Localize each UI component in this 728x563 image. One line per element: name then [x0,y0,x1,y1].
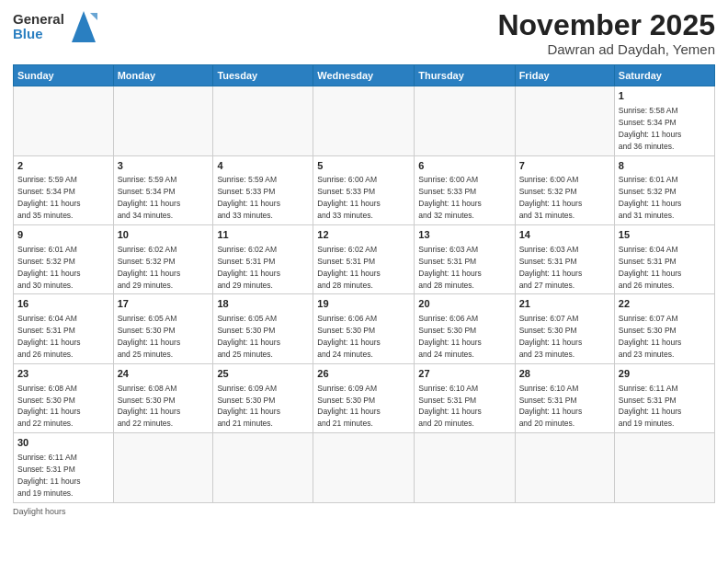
empty-cell [515,433,614,502]
header-sunday: Sunday [14,65,114,86]
header-tuesday: Tuesday [213,65,313,86]
empty-cell [515,86,614,155]
empty-cell [113,433,213,502]
day-20: 20 Sunrise: 6:06 AM Sunset: 5:30 PM Dayl… [415,294,515,363]
day-16: 16 Sunrise: 6:04 AM Sunset: 5:31 PM Dayl… [14,294,114,363]
logo: General Blue [13,9,97,44]
empty-cell [313,433,415,502]
page: General Blue November 2025 Dawran ad Day… [0,0,728,563]
empty-cell [313,86,415,155]
header-saturday: Saturday [614,65,714,86]
weekday-header-row: Sunday Monday Tuesday Wednesday Thursday… [14,65,715,86]
empty-cell [614,433,714,502]
day-3: 3 Sunrise: 5:59 AM Sunset: 5:34 PM Dayli… [113,155,213,224]
day-10: 10 Sunrise: 6:02 AM Sunset: 5:32 PM Dayl… [113,225,213,294]
empty-cell [213,86,313,155]
month-title: November 2025 [497,9,715,41]
empty-cell [14,86,114,155]
empty-cell [113,86,213,155]
calendar-row-3: 9 Sunrise: 6:01 AM Sunset: 5:32 PM Dayli… [14,225,715,294]
day-25: 25 Sunrise: 6:09 AM Sunset: 5:30 PM Dayl… [213,363,313,432]
day-22: 22 Sunrise: 6:07 AM Sunset: 5:30 PM Dayl… [614,294,714,363]
day-4: 4 Sunrise: 5:59 AM Sunset: 5:33 PM Dayli… [213,155,313,224]
day-2: 2 Sunrise: 5:59 AM Sunset: 5:34 PM Dayli… [14,155,114,224]
calendar-row-5: 23 Sunrise: 6:08 AM Sunset: 5:30 PM Dayl… [14,363,715,432]
calendar-row-1: 1 Sunrise: 5:58 AM Sunset: 5:34 PM Dayli… [14,86,715,155]
day-1: 1 Sunrise: 5:58 AM Sunset: 5:34 PM Dayli… [614,86,714,155]
day-26: 26 Sunrise: 6:09 AM Sunset: 5:30 PM Dayl… [313,363,415,432]
day-8: 8 Sunrise: 6:01 AM Sunset: 5:32 PM Dayli… [614,155,714,224]
logo-icon [70,9,97,44]
header: General Blue November 2025 Dawran ad Day… [13,9,715,57]
empty-cell [213,433,313,502]
logo-blue: Blue [13,27,64,42]
day-28: 28 Sunrise: 6:10 AM Sunset: 5:31 PM Dayl… [515,363,614,432]
day-12: 12 Sunrise: 6:02 AM Sunset: 5:31 PM Dayl… [313,225,415,294]
day-18: 18 Sunrise: 6:05 AM Sunset: 5:30 PM Dayl… [213,294,313,363]
calendar-row-2: 2 Sunrise: 5:59 AM Sunset: 5:34 PM Dayli… [14,155,715,224]
day-6: 6 Sunrise: 6:00 AM Sunset: 5:33 PM Dayli… [415,155,515,224]
day-30: 30 Sunrise: 6:11 AM Sunset: 5:31 PM Dayl… [14,433,114,502]
day-27: 27 Sunrise: 6:10 AM Sunset: 5:31 PM Dayl… [415,363,515,432]
title-block: November 2025 Dawran ad Daydah, Yemen [497,9,715,57]
header-friday: Friday [515,65,614,86]
daylight-hours-label: Daylight hours [13,507,66,516]
header-wednesday: Wednesday [313,65,415,86]
day-19: 19 Sunrise: 6:06 AM Sunset: 5:30 PM Dayl… [313,294,415,363]
empty-cell [415,433,515,502]
empty-cell [415,86,515,155]
day-7: 7 Sunrise: 6:00 AM Sunset: 5:32 PM Dayli… [515,155,614,224]
calendar-row-6: 30 Sunrise: 6:11 AM Sunset: 5:31 PM Dayl… [14,433,715,502]
day-9: 9 Sunrise: 6:01 AM Sunset: 5:32 PM Dayli… [14,225,114,294]
day-14: 14 Sunrise: 6:03 AM Sunset: 5:31 PM Dayl… [515,225,614,294]
day-24: 24 Sunrise: 6:08 AM Sunset: 5:30 PM Dayl… [113,363,213,432]
day-17: 17 Sunrise: 6:05 AM Sunset: 5:30 PM Dayl… [113,294,213,363]
location-title: Dawran ad Daydah, Yemen [497,41,715,57]
header-thursday: Thursday [415,65,515,86]
logo-text-block: General Blue [13,12,64,42]
day-13: 13 Sunrise: 6:03 AM Sunset: 5:31 PM Dayl… [415,225,515,294]
day-11: 11 Sunrise: 6:02 AM Sunset: 5:31 PM Dayl… [213,225,313,294]
svg-marker-0 [72,11,96,42]
calendar-table: Sunday Monday Tuesday Wednesday Thursday… [13,64,715,502]
day-23: 23 Sunrise: 6:08 AM Sunset: 5:30 PM Dayl… [14,363,114,432]
day-15: 15 Sunrise: 6:04 AM Sunset: 5:31 PM Dayl… [614,225,714,294]
day-29: 29 Sunrise: 6:11 AM Sunset: 5:31 PM Dayl… [614,363,714,432]
footer: Daylight hours [13,507,715,516]
day-21: 21 Sunrise: 6:07 AM Sunset: 5:30 PM Dayl… [515,294,614,363]
header-monday: Monday [113,65,213,86]
logo-general: General [13,12,64,28]
calendar-row-4: 16 Sunrise: 6:04 AM Sunset: 5:31 PM Dayl… [14,294,715,363]
svg-marker-1 [90,13,97,20]
day-5: 5 Sunrise: 6:00 AM Sunset: 5:33 PM Dayli… [313,155,415,224]
